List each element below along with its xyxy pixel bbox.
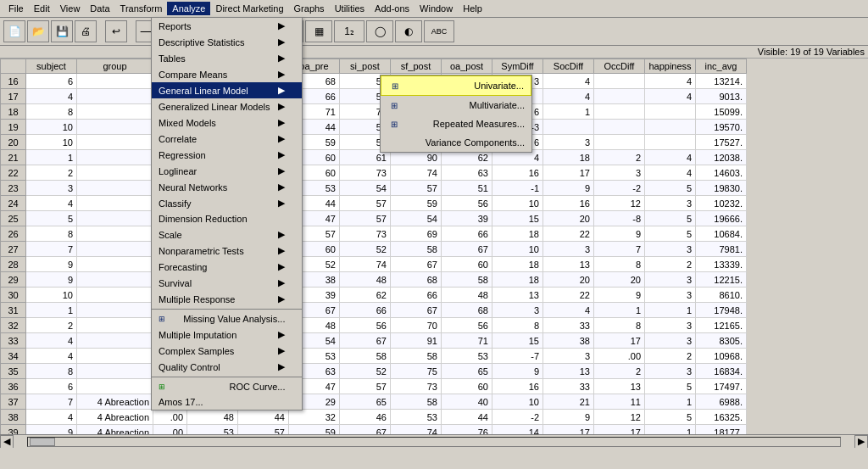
table-cell[interactable]: 67 [391,257,442,272]
scroll-thumb[interactable] [30,438,55,446]
table-row[interactable]: 33452535467917115381738305. [1,333,747,349]
table-row[interactable]: 17453436655122449013. [1,89,747,104]
table-cell[interactable]: .00 [594,349,645,364]
table-cell[interactable] [77,349,153,364]
table-cell[interactable]: 40 [442,394,492,410]
table-cell[interactable]: 1 [645,425,696,435]
table-cell[interactable]: 33 [543,318,594,333]
table-cell[interactable]: 73 [340,226,391,242]
table-row[interactable]: 366414047577360163313517497. [1,379,747,394]
table-row[interactable]: 244474344575956101612310232. [1,196,747,211]
table-cell[interactable] [77,242,153,257]
table-cell[interactable]: 18 [492,272,543,288]
table-cell[interactable]: 5 [645,181,696,196]
table-cell[interactable]: 5 [645,379,696,394]
table-cell[interactable]: 14 [492,425,543,435]
table-cell[interactable]: 32 [1,318,26,333]
new-file-button[interactable]: 📄 [3,20,25,42]
table-cell[interactable]: 4 [543,89,594,104]
table-cell[interactable]: 54 [391,211,442,226]
table-cell[interactable] [77,288,153,303]
table-cell[interactable] [77,165,153,181]
table-cell[interactable]: 8 [492,318,543,333]
table-cell[interactable]: 17 [543,165,594,181]
num-button[interactable]: 1₂ [334,20,364,42]
table-cell[interactable]: .00 [153,410,187,425]
table-cell[interactable] [77,364,153,379]
table-cell[interactable]: 6988. [696,394,747,410]
table-cell[interactable]: 52 [340,242,391,257]
analyze-loglinear[interactable]: Loglinear ▶ [152,163,302,179]
table-cell[interactable]: 10968. [696,349,747,364]
table-cell[interactable]: 17 [1,89,26,104]
table-cell[interactable]: 2 [645,349,696,364]
table-cell[interactable]: 32 [289,410,340,425]
menu-file[interactable]: File [3,2,29,15]
table-cell[interactable]: 67 [340,425,391,435]
table-cell[interactable]: 16 [492,165,543,181]
table-cell[interactable]: 74 [340,257,391,272]
menu-window[interactable]: Window [415,2,458,15]
table-cell[interactable]: 51 [442,181,492,196]
table-cell[interactable]: 9 [492,364,543,379]
table-cell[interactable]: 3 [645,364,696,379]
table-cell[interactable]: 58 [391,349,442,364]
table-cell[interactable] [594,104,645,120]
table-cell[interactable]: 3 [543,135,594,150]
table-cell[interactable]: 62 [340,288,391,303]
table-cell[interactable]: 3 [645,333,696,349]
table-cell[interactable]: 57 [391,181,442,196]
table-cell[interactable]: 67 [442,242,492,257]
analyze-glm[interactable]: General Linear Model ▶ [152,82,302,98]
table-cell[interactable]: 76 [442,425,492,435]
table-cell[interactable]: 73 [391,379,442,394]
table-cell[interactable]: 56 [340,318,391,333]
analyze-complex-samples[interactable]: Complex Samples ▶ [152,343,302,359]
table-cell[interactable]: 34 [1,349,26,364]
table-cell[interactable]: 8 [26,104,77,120]
table-row[interactable]: 30104944396266481322938610. [1,288,747,303]
shape2-button[interactable]: ◐ [395,20,422,42]
analyze-forecasting[interactable]: Forecasting ▶ [152,259,302,275]
table-cell[interactable]: 16325. [696,410,747,425]
table-cell[interactable]: 58 [391,394,442,410]
table-row[interactable]: 344655553585853-73.00210968. [1,349,747,364]
table-cell[interactable]: 3 [645,196,696,211]
table-row[interactable]: 26855475773696618229510684. [1,226,747,242]
table-cell[interactable]: 13 [543,257,594,272]
table-cell[interactable]: 10232. [696,196,747,211]
table-cell[interactable] [594,74,645,89]
table-cell[interactable]: 2 [645,257,696,272]
analyze-nonparametric[interactable]: Nonparametric Tests ▶ [152,243,302,259]
table-cell[interactable]: 3 [594,165,645,181]
table-cell[interactable]: 58 [340,349,391,364]
bar-button[interactable]: ▦ [305,20,332,42]
menu-direct-marketing[interactable]: Direct Marketing [210,2,288,15]
table-cell[interactable]: 1 [543,104,594,120]
save-button[interactable]: 💾 [51,20,73,42]
table-cell[interactable] [77,181,153,196]
table-cell[interactable] [645,104,696,120]
table-cell[interactable]: 8305. [696,333,747,349]
table-cell[interactable]: 4 [26,410,77,425]
table-cell[interactable]: 2 [26,165,77,181]
table-cell[interactable]: 17 [594,333,645,349]
table-cell[interactable]: 8 [594,318,645,333]
table-cell[interactable]: 28 [1,257,26,272]
table-cell[interactable] [77,333,153,349]
table-cell[interactable] [645,120,696,135]
table-row[interactable]: 299304838486858182020312215. [1,272,747,288]
glm-univariate[interactable]: ⊞ Univariate... [381,75,531,96]
table-row[interactable]: 16656736859142334413214. [1,74,747,89]
table-cell[interactable]: 53 [187,425,238,435]
table-cell[interactable]: 5 [645,226,696,242]
undo-button[interactable]: ↩ [105,20,127,42]
table-cell[interactable]: 66 [442,226,492,242]
table-cell[interactable]: 73 [340,165,391,181]
table-cell[interactable]: 5 [26,211,77,226]
shape1-button[interactable]: ◯ [366,20,393,42]
table-cell[interactable]: 25 [1,211,26,226]
table-cell[interactable]: 9 [594,288,645,303]
table-cell[interactable]: 91 [391,333,442,349]
table-row[interactable]: 2554234475754391520-8519666. [1,211,747,226]
